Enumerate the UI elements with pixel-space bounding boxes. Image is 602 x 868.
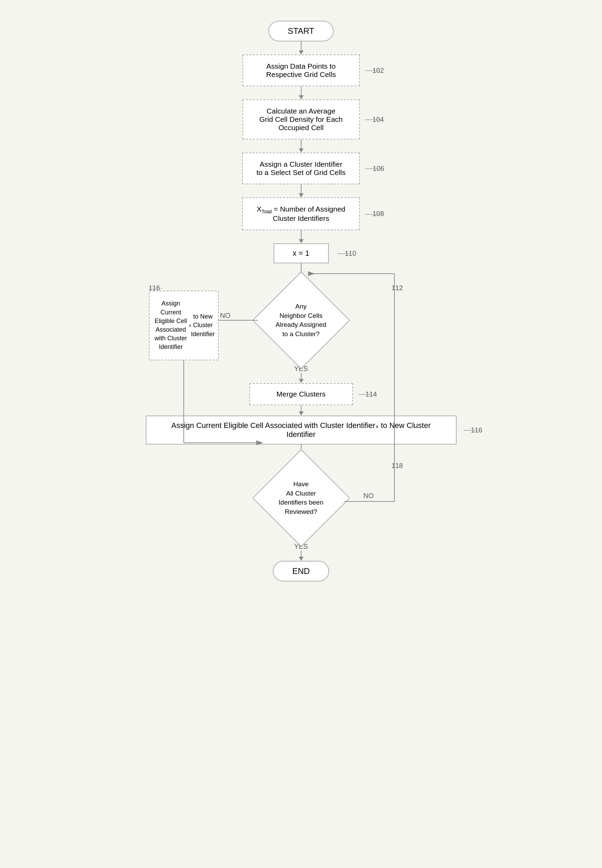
node-118: Assign Current Eligible Cell Associated …	[146, 416, 457, 444]
node-118-text: Assign Current Eligible Cell Associated …	[171, 421, 431, 439]
node-112: AnyNeighbor CellsAlready Assignedto a Cl…	[258, 277, 344, 363]
node-120-text: HaveAll ClusterIdentifiers beenReviewed?	[279, 480, 324, 516]
node-108-text: XTotal = Number of AssignedCluster Ident…	[256, 205, 346, 222]
node-110: x = 1	[273, 243, 329, 263]
end-text: END	[292, 566, 310, 576]
node-102: Assign Data Points toRespective Grid Cel…	[243, 55, 360, 86]
flowchart: START Assign Data Points toRespective Gr…	[146, 21, 457, 582]
node-102-text: Assign Data Points toRespective Grid Cel…	[266, 62, 336, 78]
node-108: XTotal = Number of AssignedCluster Ident…	[242, 197, 360, 230]
node-104: Calculate an AverageGrid Cell Density fo…	[243, 100, 360, 139]
node-114-text: Merge Clusters	[276, 390, 326, 398]
node-114: Merge Clusters	[249, 383, 353, 405]
ref-120: 118	[391, 462, 403, 470]
ref-112: 112	[391, 284, 403, 292]
node-112-text: AnyNeighbor CellsAlready Assignedto a Cl…	[276, 302, 326, 338]
start-node: START	[268, 21, 333, 41]
node-110-text: x = 1	[293, 249, 309, 257]
end-node: END	[273, 561, 329, 582]
node-120: HaveAll ClusterIdentifiers beenReviewed?	[258, 455, 344, 541]
node-104-text: Calculate an AverageGrid Cell Density fo…	[260, 107, 343, 132]
node-106-text: Assign a Cluster Identifierto a Select S…	[256, 160, 346, 176]
node-106: Assign a Cluster Identifierto a Select S…	[242, 153, 360, 184]
